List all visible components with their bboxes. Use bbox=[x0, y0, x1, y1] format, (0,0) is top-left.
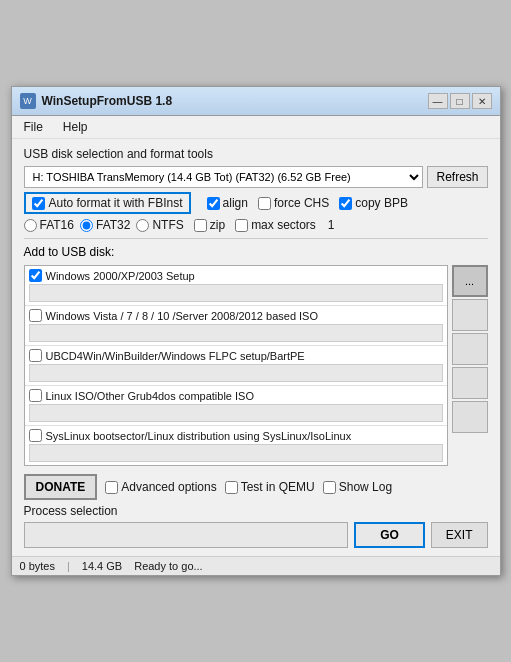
show-log-label[interactable]: Show Log bbox=[323, 480, 392, 494]
entry-label-4: SysLinux bootsector/Linux distribution u… bbox=[46, 430, 352, 442]
status-ready: Ready to go... bbox=[134, 560, 203, 572]
side-buttons: ... bbox=[452, 265, 488, 466]
entry-label-3: Linux ISO/Other Grub4dos compatible ISO bbox=[46, 390, 255, 402]
side-button-2[interactable] bbox=[452, 333, 488, 365]
copy-bpb-label[interactable]: copy BPB bbox=[339, 196, 408, 210]
entry-input-4[interactable] bbox=[29, 444, 443, 462]
copy-bpb-checkbox[interactable] bbox=[339, 197, 352, 210]
fat16-label[interactable]: FAT16 bbox=[24, 218, 74, 232]
right-checkboxes: align force CHS copy BPB bbox=[207, 196, 408, 210]
menu-file[interactable]: File bbox=[20, 118, 47, 136]
advanced-options-label[interactable]: Advanced options bbox=[105, 480, 216, 494]
window-title: WinSetupFromUSB 1.8 bbox=[42, 94, 173, 108]
entry-row-3: Linux ISO/Other Grub4dos compatible ISO bbox=[25, 386, 447, 426]
test-qemu-label[interactable]: Test in QEMU bbox=[225, 480, 315, 494]
donate-button[interactable]: DONATE bbox=[24, 474, 98, 500]
entry-row-0: Windows 2000/XP/2003 Setup bbox=[25, 266, 447, 306]
exit-button[interactable]: EXIT bbox=[431, 522, 488, 548]
align-checkbox[interactable] bbox=[207, 197, 220, 210]
autoformat-box: Auto format it with FBInst bbox=[24, 192, 191, 214]
autoformat-label[interactable]: Auto format it with FBInst bbox=[49, 196, 183, 210]
entry-top-0: Windows 2000/XP/2003 Setup bbox=[29, 269, 443, 282]
fat32-radio[interactable] bbox=[80, 219, 93, 232]
entry-label-2: UBCD4Win/WinBuilder/Windows FLPC setup/B… bbox=[46, 350, 305, 362]
force-chs-checkbox[interactable] bbox=[258, 197, 271, 210]
show-log-checkbox[interactable] bbox=[323, 481, 336, 494]
divider-1 bbox=[24, 238, 488, 239]
entry-input-2[interactable] bbox=[29, 364, 443, 382]
title-bar: W WinSetupFromUSB 1.8 — □ ✕ bbox=[12, 87, 500, 116]
go-exit-row: GO EXIT bbox=[24, 522, 488, 548]
entry-input-3[interactable] bbox=[29, 404, 443, 422]
entry-checkbox-0[interactable] bbox=[29, 269, 42, 282]
entry-input-1[interactable] bbox=[29, 324, 443, 342]
ntfs-radio[interactable] bbox=[136, 219, 149, 232]
max-sectors-checkbox[interactable] bbox=[235, 219, 248, 232]
side-button-1[interactable] bbox=[452, 299, 488, 331]
status-bytes: 0 bytes bbox=[20, 560, 55, 572]
max-sectors-value: 1 bbox=[328, 218, 335, 232]
fat16-radio[interactable] bbox=[24, 219, 37, 232]
entry-checkbox-1[interactable] bbox=[29, 309, 42, 322]
process-selection-label: Process selection bbox=[24, 504, 488, 518]
title-bar-left: W WinSetupFromUSB 1.8 bbox=[20, 93, 173, 109]
entry-row-2: UBCD4Win/WinBuilder/Windows FLPC setup/B… bbox=[25, 346, 447, 386]
main-window: W WinSetupFromUSB 1.8 — □ ✕ File Help US… bbox=[11, 86, 501, 576]
side-button-0[interactable]: ... bbox=[452, 265, 488, 297]
process-input[interactable] bbox=[24, 522, 349, 548]
status-space: 14.4 GB bbox=[82, 560, 122, 572]
entry-label-0: Windows 2000/XP/2003 Setup bbox=[46, 270, 195, 282]
align-label[interactable]: align bbox=[207, 196, 248, 210]
entry-top-1: Windows Vista / 7 / 8 / 10 /Server 2008/… bbox=[29, 309, 443, 322]
side-button-4[interactable] bbox=[452, 401, 488, 433]
go-button[interactable]: GO bbox=[354, 522, 425, 548]
refresh-button[interactable]: Refresh bbox=[427, 166, 487, 188]
status-bar: 0 bytes | 14.4 GB Ready to go... bbox=[12, 556, 500, 575]
entry-checkbox-2[interactable] bbox=[29, 349, 42, 362]
bottom-options: DONATE Advanced options Test in QEMU Sho… bbox=[24, 474, 488, 500]
entry-input-0[interactable] bbox=[29, 284, 443, 302]
fat32-label[interactable]: FAT32 bbox=[80, 218, 130, 232]
close-button[interactable]: ✕ bbox=[472, 93, 492, 109]
entry-top-4: SysLinux bootsector/Linux distribution u… bbox=[29, 429, 443, 442]
entries-container: Windows 2000/XP/2003 Setup Windows Vista… bbox=[24, 265, 488, 466]
entry-top-2: UBCD4Win/WinBuilder/Windows FLPC setup/B… bbox=[29, 349, 443, 362]
entry-checkbox-4[interactable] bbox=[29, 429, 42, 442]
entry-row-1: Windows Vista / 7 / 8 / 10 /Server 2008/… bbox=[25, 306, 447, 346]
autoformat-checkbox[interactable] bbox=[32, 197, 45, 210]
menubar: File Help bbox=[12, 116, 500, 139]
title-controls: — □ ✕ bbox=[428, 93, 492, 109]
format-options-row: FAT16 FAT32 NTFS zip max sectors 1 bbox=[24, 218, 488, 232]
force-chs-label[interactable]: force CHS bbox=[258, 196, 329, 210]
menu-help[interactable]: Help bbox=[59, 118, 92, 136]
maximize-button[interactable]: □ bbox=[450, 93, 470, 109]
entry-row-4: SysLinux bootsector/Linux distribution u… bbox=[25, 426, 447, 465]
zip-checkbox[interactable] bbox=[194, 219, 207, 232]
advanced-options-checkbox[interactable] bbox=[105, 481, 118, 494]
app-icon: W bbox=[20, 93, 36, 109]
usb-section-label: USB disk selection and format tools bbox=[24, 147, 488, 161]
usb-select-row: H: TOSHIBA TransMemory (14.4 GB Tot) (FA… bbox=[24, 166, 488, 188]
content-area: USB disk selection and format tools H: T… bbox=[12, 139, 500, 556]
test-qemu-checkbox[interactable] bbox=[225, 481, 238, 494]
ntfs-label[interactable]: NTFS bbox=[136, 218, 183, 232]
entry-top-3: Linux ISO/Other Grub4dos compatible ISO bbox=[29, 389, 443, 402]
zip-label[interactable]: zip bbox=[194, 218, 225, 232]
entry-checkbox-3[interactable] bbox=[29, 389, 42, 402]
entry-label-1: Windows Vista / 7 / 8 / 10 /Server 2008/… bbox=[46, 310, 319, 322]
radio-group-format: FAT16 FAT32 NTFS bbox=[24, 218, 184, 232]
minimize-button[interactable]: — bbox=[428, 93, 448, 109]
entries-list: Windows 2000/XP/2003 Setup Windows Vista… bbox=[24, 265, 448, 466]
add-to-usb-label: Add to USB disk: bbox=[24, 245, 488, 259]
usb-dropdown[interactable]: H: TOSHIBA TransMemory (14.4 GB Tot) (FA… bbox=[24, 166, 424, 188]
max-sectors-label[interactable]: max sectors bbox=[235, 218, 316, 232]
autoformat-row: Auto format it with FBInst align force C… bbox=[24, 192, 488, 214]
side-button-3[interactable] bbox=[452, 367, 488, 399]
status-divider: | bbox=[67, 560, 70, 572]
